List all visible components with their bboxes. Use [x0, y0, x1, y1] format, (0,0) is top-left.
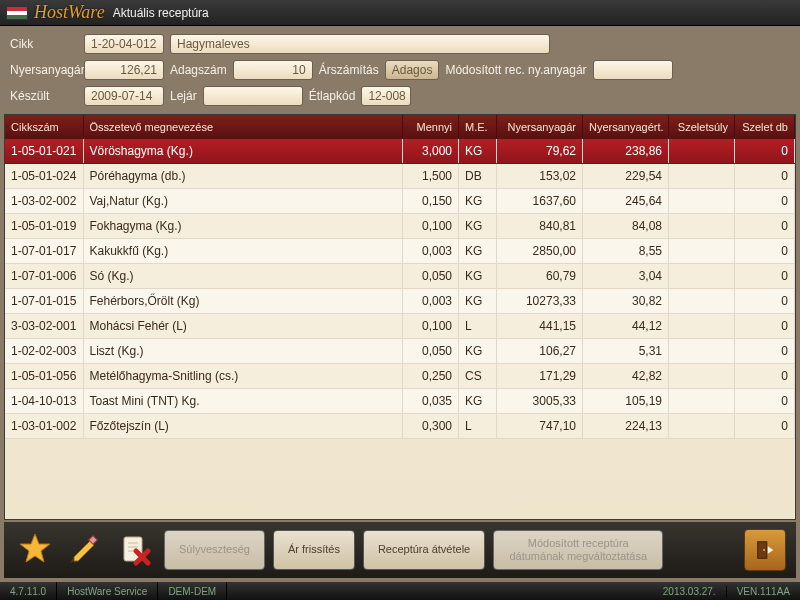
cell-slice_w — [669, 139, 735, 164]
cell-code: 1-07-01-015 — [5, 289, 83, 314]
cell-qty: 0,250 — [403, 364, 459, 389]
cell-unit: L — [459, 414, 497, 439]
cell-code: 1-05-01-021 — [5, 139, 83, 164]
table-row[interactable]: 1-05-01-019Fokhagyma (Kg.)0,100KG840,818… — [5, 214, 795, 239]
cell-unit: KG — [459, 139, 497, 164]
cell-name: Főzőtejszín (L) — [83, 414, 403, 439]
table-row[interactable]: 1-05-01-024Póréhagyma (db.)1,500DB153,02… — [5, 164, 795, 189]
titlebar: HostWare Aktuális receptúra — [0, 0, 800, 26]
table-row[interactable]: 1-04-10-013Toast Mini (TNT) Kg.0,035KG30… — [5, 389, 795, 414]
cell-slice_w — [669, 364, 735, 389]
cell-code: 1-03-02-002 — [5, 189, 83, 214]
cell-name: Póréhagyma (db.) — [83, 164, 403, 189]
table-row[interactable]: 3-03-02-001Mohácsi Fehér (L)0,100L441,15… — [5, 314, 795, 339]
cell-price: 60,79 — [497, 264, 583, 289]
col-osszetevo[interactable]: Összetevő megnevezése — [83, 115, 403, 139]
cell-value: 42,82 — [583, 364, 669, 389]
exit-button[interactable] — [744, 529, 786, 571]
cell-value: 3,04 — [583, 264, 669, 289]
col-nyersanyagar[interactable]: Nyersanyagár — [497, 115, 583, 139]
cell-qty: 0,100 — [403, 214, 459, 239]
cell-qty: 0,050 — [403, 339, 459, 364]
sulyveszteseg-button[interactable]: Súlyveszteség — [164, 530, 265, 570]
svg-marker-1 — [74, 541, 94, 561]
table-row[interactable]: 1-05-01-021Vöröshagyma (Kg.)3,000KG79,62… — [5, 139, 795, 164]
status-env: DEM-DEM — [158, 582, 227, 600]
field-etlapkod[interactable]: 12-008 — [361, 86, 411, 106]
table-row[interactable]: 1-05-01-056Metélőhagyma-Snitling (cs.)0,… — [5, 364, 795, 389]
cell-value: 238,86 — [583, 139, 669, 164]
table-row[interactable]: 1-03-02-002Vaj,Natur (Kg.)0,150KG1637,60… — [5, 189, 795, 214]
cell-qty: 0,100 — [403, 314, 459, 339]
table-row[interactable]: 1-07-01-015Fehérbors,Őrölt (Kg)0,003KG10… — [5, 289, 795, 314]
pencil-icon — [68, 533, 102, 567]
field-modositott[interactable] — [593, 60, 673, 80]
cell-slice_n: 0 — [735, 139, 795, 164]
cell-slice_w — [669, 189, 735, 214]
cell-value: 84,08 — [583, 214, 669, 239]
cell-code: 1-02-02-003 — [5, 339, 83, 364]
table-row[interactable]: 1-07-01-006Só (Kg.)0,050KG60,793,040 — [5, 264, 795, 289]
col-me[interactable]: M.E. — [459, 115, 497, 139]
table-row[interactable]: 1-03-01-002Főzőtejszín (L)0,300L747,1022… — [5, 414, 795, 439]
edit-button[interactable] — [64, 529, 106, 571]
col-mennyi[interactable]: Mennyi — [403, 115, 459, 139]
table-body[interactable]: 1-05-01-021Vöröshagyma (Kg.)3,000KG79,62… — [5, 139, 795, 439]
col-cikkszam[interactable]: Cikkszám — [5, 115, 83, 139]
new-button[interactable] — [14, 529, 56, 571]
cell-unit: KG — [459, 189, 497, 214]
flag-hungary-icon — [6, 6, 28, 20]
label-cikk: Cikk — [10, 37, 78, 51]
cell-qty: 3,000 — [403, 139, 459, 164]
cell-code: 1-05-01-024 — [5, 164, 83, 189]
cell-slice_n: 0 — [735, 239, 795, 264]
cell-price: 10273,33 — [497, 289, 583, 314]
col-szeletsuly[interactable]: Szeletsúly — [669, 115, 735, 139]
cell-slice_w — [669, 264, 735, 289]
cell-price: 1637,60 — [497, 189, 583, 214]
table-row[interactable]: 1-07-01-017Kakukkfű (Kg.)0,003KG2850,008… — [5, 239, 795, 264]
cell-name: Mohácsi Fehér (L) — [83, 314, 403, 339]
ar-frissites-button[interactable]: Ár frissítés — [273, 530, 355, 570]
form-area: Cikk 1-20-04-012 Hagymaleves Nyersanyagá… — [4, 30, 796, 112]
field-cikk-name[interactable]: Hagymaleves — [170, 34, 550, 54]
door-exit-icon — [754, 539, 776, 561]
cell-qty: 0,300 — [403, 414, 459, 439]
cell-value: 30,82 — [583, 289, 669, 314]
label-nyersanyagar: Nyersanyagár — [10, 63, 78, 77]
cell-name: Kakukkfű (Kg.) — [83, 239, 403, 264]
cell-name: Fokhagyma (Kg.) — [83, 214, 403, 239]
field-cikk-code[interactable]: 1-20-04-012 — [84, 34, 164, 54]
cell-price: 2850,00 — [497, 239, 583, 264]
cell-unit: KG — [459, 239, 497, 264]
star-icon — [17, 532, 53, 568]
button-arszamitas[interactable]: Adagos — [385, 60, 440, 80]
cell-code: 1-04-10-013 — [5, 389, 83, 414]
cell-slice_n: 0 — [735, 339, 795, 364]
cell-value: 229,54 — [583, 164, 669, 189]
status-date: 2013.03.27. — [653, 586, 727, 597]
col-szeletdb[interactable]: Szelet db — [735, 115, 795, 139]
svg-marker-0 — [20, 534, 50, 562]
delete-button[interactable] — [114, 529, 156, 571]
cell-name: Vaj,Natur (Kg.) — [83, 189, 403, 214]
receptura-atvetele-button[interactable]: Receptúra átvétele — [363, 530, 485, 570]
cell-slice_n: 0 — [735, 189, 795, 214]
app-logo: HostWare — [34, 2, 105, 23]
field-lejar[interactable] — [203, 86, 303, 106]
cell-code: 1-03-01-002 — [5, 414, 83, 439]
cell-unit: L — [459, 314, 497, 339]
table-row[interactable]: 1-02-02-003Liszt (Kg.)0,050KG106,275,310 — [5, 339, 795, 364]
cell-name: Fehérbors,Őrölt (Kg) — [83, 289, 403, 314]
cell-slice_n: 0 — [735, 164, 795, 189]
modositott-receptura-button[interactable]: Módosított receptúra dátumának megváltoz… — [493, 530, 663, 570]
cell-value: 224,13 — [583, 414, 669, 439]
col-nyersanyagert[interactable]: Nyersanyagért. — [583, 115, 669, 139]
cell-qty: 0,035 — [403, 389, 459, 414]
cell-slice_w — [669, 239, 735, 264]
field-nyersanyagar[interactable]: 126,21 — [84, 60, 164, 80]
field-adagszam[interactable]: 10 — [233, 60, 313, 80]
field-keszult[interactable]: 2009-07-14 — [84, 86, 164, 106]
cell-price: 79,62 — [497, 139, 583, 164]
cell-qty: 0,003 — [403, 289, 459, 314]
